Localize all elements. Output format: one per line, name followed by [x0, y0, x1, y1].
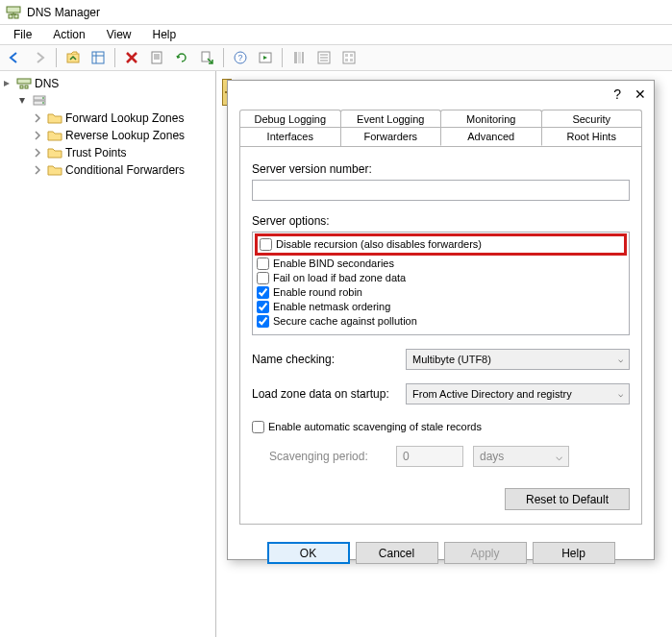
ok-button[interactable]: OK — [267, 542, 350, 564]
tab-event-logging[interactable]: Event Logging — [340, 110, 442, 128]
checkbox-disable-recursion[interactable] — [260, 238, 272, 251]
svg-point-34 — [42, 97, 44, 99]
tab-strip: Debug Logging Event Logging Monitoring S… — [239, 110, 642, 147]
name-checking-label: Name checking: — [252, 353, 396, 366]
checkbox-fail-on-load[interactable] — [257, 272, 269, 284]
menu-help[interactable]: Help — [143, 27, 187, 42]
help-button[interactable]: ? — [230, 47, 251, 68]
delete-button[interactable] — [121, 47, 142, 68]
server-version-label: Server version number: — [252, 162, 630, 176]
option-label: Secure cache against pollution — [273, 314, 417, 329]
svg-rect-1 — [9, 14, 12, 18]
tree-expand-icon[interactable] — [33, 131, 44, 140]
tree-item-trust-points[interactable]: Trust Points — [33, 144, 213, 161]
svg-rect-9 — [152, 52, 162, 63]
checkbox-secure-cache[interactable] — [257, 315, 269, 328]
tree-item-reverse-zones[interactable]: Reverse Lookup Zones — [33, 127, 213, 144]
show-hide-button[interactable] — [87, 47, 109, 68]
ok-label: OK — [300, 547, 316, 560]
svg-text:?: ? — [237, 53, 242, 62]
back-button[interactable] — [4, 47, 25, 68]
tab-root-hints[interactable]: Root Hints — [541, 127, 643, 146]
name-checking-select[interactable]: Multibyte (UTF8) ⌵ — [406, 349, 630, 370]
export-button[interactable] — [196, 47, 217, 68]
menu-action[interactable]: Action — [43, 27, 94, 42]
dialog-help-button[interactable]: ? — [613, 86, 621, 102]
option-enable-bind[interactable]: Enable BIND secondaries — [257, 257, 625, 271]
checkbox-scavenging[interactable] — [252, 421, 264, 433]
scavenging-period-label: Scavenging period: — [252, 450, 386, 463]
tree-item-forward-zones[interactable]: Forward Lookup Zones — [33, 110, 213, 127]
server-options-list[interactable]: Disable recursion (also disables forward… — [252, 232, 630, 335]
tree-toggle-icon[interactable] — [17, 96, 29, 106]
filter2-button[interactable] — [313, 47, 335, 68]
chevron-down-icon: ⌵ — [556, 450, 562, 463]
tree-expand-icon[interactable] — [33, 113, 44, 123]
tree-root-label: DNS — [35, 77, 59, 90]
option-disable-recursion[interactable]: Disable recursion (also disables forward… — [260, 237, 622, 252]
tab-advanced[interactable]: Advanced — [440, 127, 542, 146]
tab-monitoring[interactable]: Monitoring — [440, 110, 542, 128]
refresh-button[interactable] — [171, 47, 192, 68]
tree-expand-icon[interactable] — [33, 148, 44, 158]
server-version-input[interactable] — [252, 180, 630, 201]
name-checking-value: Multibyte (UTF8) — [412, 354, 491, 365]
filter1-button[interactable] — [288, 47, 310, 68]
svg-rect-27 — [345, 59, 348, 61]
dialog-close-button[interactable]: ✕ — [635, 86, 646, 102]
option-round-robin[interactable]: Enable round robin — [257, 285, 625, 300]
menu-bar: File Action View Help — [0, 25, 672, 44]
svg-rect-28 — [350, 59, 353, 61]
tab-interfaces[interactable]: Interfaces — [239, 127, 341, 146]
run-button[interactable] — [255, 47, 276, 68]
advanced-panel: Server version number: Server options: D… — [239, 146, 642, 525]
tab-security[interactable]: Security — [541, 110, 643, 128]
tree-expand-icon[interactable] — [33, 165, 44, 175]
tree-item-label: Reverse Lookup Zones — [65, 129, 185, 142]
svg-rect-17 — [294, 52, 297, 63]
tree-pane[interactable]: DNS Forward Lookup Zon — [0, 71, 216, 637]
tree-item-label: Conditional Forwarders — [65, 163, 185, 177]
chevron-down-icon: ⌵ — [618, 355, 623, 364]
tab-forwarders[interactable]: Forwarders — [340, 127, 442, 146]
reset-to-default-button[interactable]: Reset to Default — [505, 488, 630, 510]
highlight-disable-recursion: Disable recursion (also disables forward… — [255, 233, 627, 256]
option-netmask-ordering[interactable]: Enable netmask ordering — [257, 300, 625, 314]
checkbox-netmask-ordering[interactable] — [257, 301, 269, 313]
apply-label: Apply — [470, 547, 499, 560]
cancel-label: Cancel — [379, 547, 414, 560]
tree-root-dns[interactable]: DNS — [2, 75, 213, 92]
tab-debug-logging[interactable]: Debug Logging — [239, 110, 341, 128]
option-label: Enable netmask ordering — [273, 300, 390, 314]
apply-button[interactable]: Apply — [444, 542, 527, 564]
svg-rect-19 — [302, 52, 304, 63]
up-button[interactable] — [62, 47, 84, 68]
folder-icon — [47, 145, 62, 160]
checkbox-enable-bind[interactable] — [257, 257, 269, 270]
tree-item-label: Trust Points — [65, 146, 127, 159]
help-label: Help — [561, 547, 585, 560]
svg-rect-26 — [350, 54, 353, 57]
tree-item-conditional-forwarders[interactable]: Conditional Forwarders — [33, 161, 213, 179]
window-title: DNS Manager — [27, 6, 100, 19]
load-zone-select[interactable]: From Active Directory and registry ⌵ — [406, 383, 630, 404]
option-label: Enable BIND secondaries — [273, 257, 394, 271]
chevron-down-icon: ⌵ — [618, 389, 623, 399]
option-fail-on-load[interactable]: Fail on load if bad zone data — [257, 271, 625, 285]
menu-file[interactable]: File — [4, 27, 41, 42]
help-button-dialog[interactable]: Help — [533, 542, 615, 564]
option-label: Enable round robin — [273, 285, 362, 300]
checkbox-round-robin[interactable] — [257, 286, 269, 299]
filter3-button[interactable] — [338, 47, 360, 68]
cancel-button[interactable]: Cancel — [356, 542, 438, 564]
scavenging-checkbox-row[interactable]: Enable automatic scavenging of stale rec… — [252, 420, 630, 434]
forward-button — [29, 47, 50, 68]
load-zone-value: From Active Directory and registry — [412, 388, 572, 400]
option-secure-cache[interactable]: Secure cache against pollution — [257, 314, 625, 329]
server-properties-dialog: ? ✕ Debug Logging Event Logging Monitori… — [227, 80, 655, 560]
properties-button[interactable] — [146, 47, 167, 68]
tree-toggle-icon[interactable] — [2, 79, 13, 88]
tree-server-node[interactable] — [17, 92, 213, 110]
menu-view[interactable]: View — [97, 27, 141, 42]
server-icon — [32, 93, 47, 109]
